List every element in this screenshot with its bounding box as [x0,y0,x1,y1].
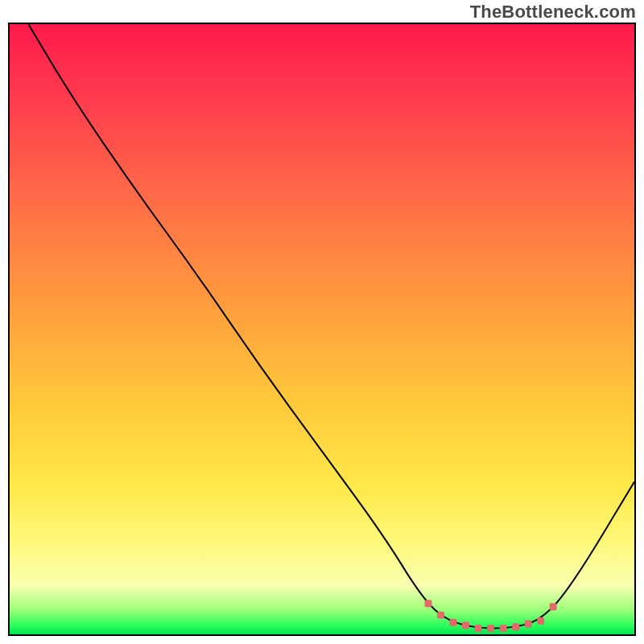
plot-area [8,23,636,636]
background-gradient [10,24,634,634]
watermark-text: TheBottleneck.com [470,2,636,23]
chart-stage: TheBottleneck.com [0,0,644,644]
